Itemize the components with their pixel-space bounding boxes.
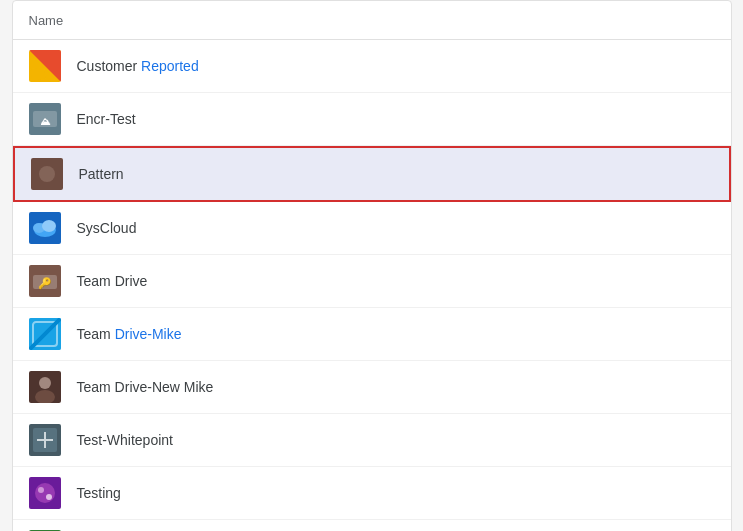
icon-team-drive-mike [29, 318, 61, 350]
svg-text:⛰: ⛰ [40, 116, 51, 127]
item-name-testing: Testing [77, 485, 121, 501]
icon-syscloud [29, 212, 61, 244]
icon-pattern [31, 158, 63, 190]
file-list-container: Name Customer Reported ⛰ Encr-Test Patte… [12, 0, 732, 531]
svg-point-11 [42, 220, 56, 232]
name-column-header: Name [29, 13, 64, 28]
icon-testing [29, 477, 61, 509]
svg-point-29 [46, 494, 52, 500]
item-name-customer-reported: Customer Reported [77, 58, 199, 74]
table-header: Name [13, 1, 731, 40]
list-item[interactable]: Pattern [13, 146, 731, 202]
list-item[interactable]: Testing [13, 467, 731, 520]
item-name-pattern: Pattern [79, 166, 124, 182]
svg-point-20 [39, 377, 51, 389]
item-name-team-drive-new-mike: Team Drive-New Mike [77, 379, 214, 395]
list-item[interactable]: 🔑 Team Drive [13, 255, 731, 308]
list-item[interactable]: ⛰ Encr-Test [13, 93, 731, 146]
icon-team-drive: 🔑 [29, 265, 61, 297]
icon-encr-test: ⛰ [29, 103, 61, 135]
svg-point-7 [39, 166, 55, 182]
list-item[interactable]: Team Drive-New Mike [13, 361, 731, 414]
item-name-syscloud: SysCloud [77, 220, 137, 236]
icon-team-drive-new-mike [29, 371, 61, 403]
svg-point-27 [35, 483, 55, 503]
item-name-encr-test: Encr-Test [77, 111, 136, 127]
icon-test-whitepoint [29, 424, 61, 456]
item-name-team-drive: Team Drive [77, 273, 148, 289]
list-item[interactable]: Team Drive-Mike [13, 308, 731, 361]
list-item[interactable]: whitepoint [13, 520, 731, 531]
list-items: Customer Reported ⛰ Encr-Test Pattern Sy… [13, 40, 731, 531]
list-item[interactable]: Customer Reported [13, 40, 731, 93]
svg-rect-2 [30, 67, 46, 81]
svg-text:🔑: 🔑 [38, 276, 52, 290]
item-name-test-whitepoint: Test-Whitepoint [77, 432, 173, 448]
svg-point-28 [38, 487, 44, 493]
icon-customer-reported [29, 50, 61, 82]
list-item[interactable]: Test-Whitepoint [13, 414, 731, 467]
item-name-team-drive-mike: Team Drive-Mike [77, 326, 182, 342]
list-item[interactable]: SysCloud [13, 202, 731, 255]
